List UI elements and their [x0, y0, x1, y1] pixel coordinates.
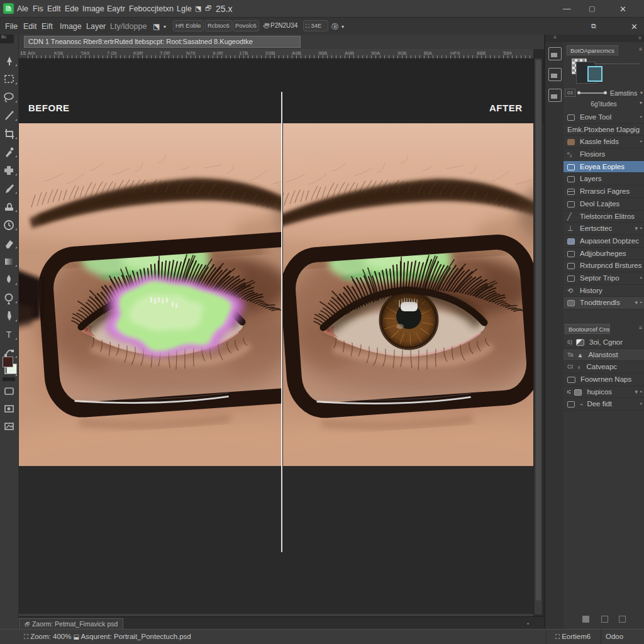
svg-text:T: T [6, 330, 12, 340]
